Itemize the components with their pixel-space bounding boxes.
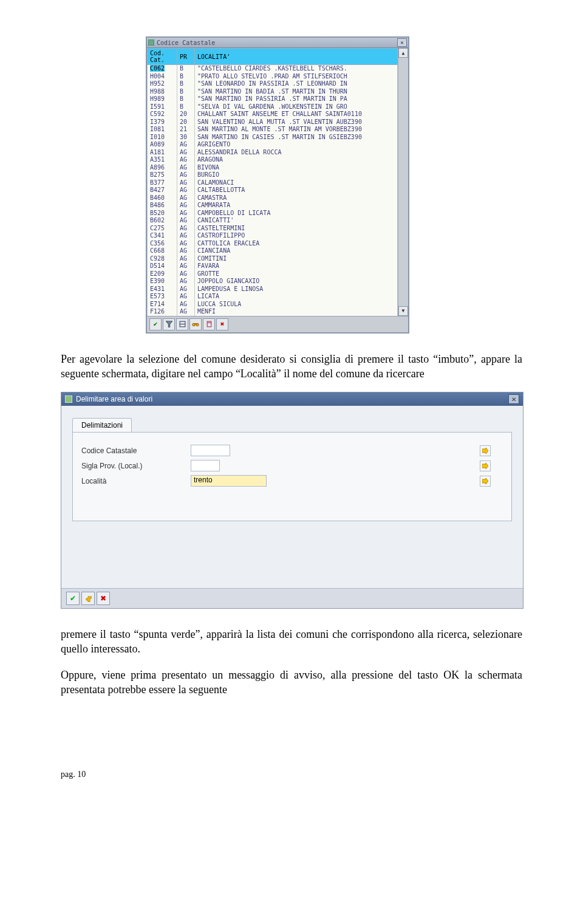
svg-rect-0 bbox=[148, 39, 154, 46]
localita-input[interactable]: trento bbox=[191, 475, 267, 487]
cell-cod: C341 bbox=[148, 232, 177, 240]
table-row[interactable]: H004B"PRATO ALLO STELVIO .PRAD AM STILFS… bbox=[148, 73, 398, 81]
binoculars-button[interactable] bbox=[189, 318, 202, 330]
cell-loc: SAN VALENTINO ALLA MUTTA .ST VALENTIN AU… bbox=[195, 118, 398, 126]
scroll-down-icon[interactable]: ▼ bbox=[398, 306, 408, 316]
sigla-select-button[interactable] bbox=[480, 460, 491, 471]
cell-pr: AG bbox=[177, 171, 195, 179]
cancel-dialog-button[interactable]: ✖ bbox=[97, 592, 110, 605]
col-loc[interactable]: LOCALITA' bbox=[195, 49, 398, 65]
table-row[interactable]: B275AGBURGIO bbox=[148, 171, 398, 179]
cell-cod: F126 bbox=[148, 308, 177, 316]
table-row[interactable]: B486AGCAMMARATA bbox=[148, 202, 398, 210]
col-pr[interactable]: PR bbox=[177, 49, 195, 65]
filter-button[interactable] bbox=[163, 318, 175, 330]
table-row[interactable]: F126AGMENFI bbox=[148, 308, 398, 316]
cell-loc: "SAN MARTINO IN PASSIRIA .ST MARTIN IN P… bbox=[195, 95, 398, 103]
table-row[interactable]: H989B"SAN MARTINO IN PASSIRIA .ST MARTIN… bbox=[148, 95, 398, 103]
table-row[interactable]: B377AGCALAMONACI bbox=[148, 179, 398, 187]
codice-input[interactable] bbox=[191, 445, 230, 456]
paragraph-1: Per agevolare la selezione del comune de… bbox=[61, 352, 522, 382]
ok-button[interactable]: ✔ bbox=[66, 592, 80, 605]
vertical-scrollbar[interactable]: ▲ ▼ bbox=[398, 48, 408, 316]
table-row[interactable]: A351AGARAGONA bbox=[148, 156, 398, 164]
cell-pr: B bbox=[177, 95, 195, 103]
cell-pr: AG bbox=[177, 278, 195, 286]
check-button[interactable]: ✔ bbox=[149, 318, 162, 330]
table-row[interactable]: H952B"SAN LEONARDO IN PASSIRIA .ST LEONH… bbox=[148, 80, 398, 88]
table-row[interactable]: C341AGCASTROFILIPPO bbox=[148, 232, 398, 240]
cell-pr: AG bbox=[177, 149, 195, 157]
table-row[interactable]: E714AGLUCCA SICULA bbox=[148, 301, 398, 309]
cell-pr: AG bbox=[177, 255, 195, 263]
codice-select-button[interactable] bbox=[480, 445, 491, 456]
cell-pr: B bbox=[177, 88, 195, 96]
cell-pr: AG bbox=[177, 164, 195, 172]
cell-cod: E209 bbox=[148, 270, 177, 278]
table-row[interactable]: E390AGJOPPOLO GIANCAXIO bbox=[148, 278, 398, 286]
table-row[interactable]: C668AGCIANCIANA bbox=[148, 247, 398, 255]
table-row[interactable]: A896AGBIVONA bbox=[148, 164, 398, 172]
cell-loc: CAMMARATA bbox=[195, 202, 398, 210]
table-row[interactable]: E573AGLICATA bbox=[148, 293, 398, 301]
table-row[interactable]: E209AGGROTTE bbox=[148, 270, 398, 278]
table-row[interactable]: I591B"SELVA DI VAL GARDENA .WOLKENSTEIN … bbox=[148, 103, 398, 111]
cell-loc: "SELVA DI VAL GARDENA .WOLKENSTEIN IN GR… bbox=[195, 103, 398, 111]
cell-cod: C275 bbox=[148, 225, 177, 233]
cell-pr: B bbox=[177, 65, 195, 73]
sigla-input[interactable] bbox=[191, 460, 220, 471]
col-cod[interactable]: Cod. Cat. bbox=[148, 49, 177, 65]
cell-cod: B520 bbox=[148, 210, 177, 217]
table-row[interactable]: C275AGCASTELTERMINI bbox=[148, 225, 398, 233]
table-row[interactable]: B602AGCANICATTI' bbox=[148, 217, 398, 225]
window-bottom-toolbar: ✔ ✖ bbox=[147, 316, 408, 332]
table-row[interactable]: B460AGCAMASTRA bbox=[148, 194, 398, 202]
table-row[interactable]: C062B"CASTELBELLO CIARDES .KASTELBELL TS… bbox=[148, 65, 398, 73]
localita-label: Località bbox=[81, 477, 191, 485]
new-selection-button[interactable] bbox=[81, 592, 95, 605]
cell-pr: AG bbox=[177, 293, 195, 301]
cell-loc: ALESSANDRIA DELLA ROCCA bbox=[195, 149, 398, 157]
cell-pr: AG bbox=[177, 301, 195, 309]
cell-loc: CIANCIANA bbox=[195, 247, 398, 255]
svg-marker-12 bbox=[482, 478, 488, 484]
scroll-up-icon[interactable]: ▲ bbox=[398, 48, 408, 58]
table-row[interactable]: I37920SAN VALENTINO ALLA MUTTA .ST VALEN… bbox=[148, 118, 398, 126]
svg-marker-11 bbox=[482, 463, 488, 469]
cell-pr: B bbox=[177, 73, 195, 81]
cell-loc: BIVONA bbox=[195, 164, 398, 172]
tab-delimitazioni[interactable]: Delimitazioni bbox=[72, 418, 132, 432]
cell-loc: FAVARA bbox=[195, 262, 398, 270]
codice-catastale-window: Codice Catastale ✕ Cod. Cat. PR LOCALITA… bbox=[146, 36, 409, 334]
close-icon[interactable]: ✕ bbox=[397, 38, 407, 47]
table-row[interactable]: C356AGCATTOLICA ERACLEA bbox=[148, 240, 398, 248]
cell-pr: AG bbox=[177, 217, 195, 225]
table-row[interactable]: B427AGCALTABELLOTTA bbox=[148, 187, 398, 194]
dialog-close-icon[interactable]: ✕ bbox=[508, 394, 519, 404]
cell-pr: AG bbox=[177, 179, 195, 187]
table-row[interactable]: A181AGALESSANDRIA DELLA ROCCA bbox=[148, 149, 398, 157]
table-row[interactable]: E431AGLAMPEDUSA E LINOSA bbox=[148, 286, 398, 293]
table-row[interactable]: I08121SAN MARTINO AL MONTE .ST MARTIN AM… bbox=[148, 126, 398, 134]
tool-button-5[interactable] bbox=[203, 318, 215, 330]
cell-pr: AG bbox=[177, 308, 195, 316]
tool-button-3[interactable] bbox=[176, 318, 188, 330]
table-row[interactable]: C928AGCOMITINI bbox=[148, 255, 398, 263]
cell-cod: A351 bbox=[148, 156, 177, 164]
table-row[interactable]: H988B"SAN MARTINO IN BADIA .ST MARTIN IN… bbox=[148, 88, 398, 96]
cancel-button[interactable]: ✖ bbox=[216, 318, 228, 330]
cell-pr: AG bbox=[177, 225, 195, 233]
table-row[interactable]: D514AGFAVARA bbox=[148, 262, 398, 270]
cell-cod: E573 bbox=[148, 293, 177, 301]
localita-select-button[interactable] bbox=[480, 476, 491, 487]
table-row[interactable]: C59220CHALLANT SAINT ANSELME ET CHALLANT… bbox=[148, 111, 398, 118]
cell-loc: "CASTELBELLO CIARDES .KASTELBELL TSCHARS… bbox=[195, 65, 398, 73]
table-row[interactable]: I01030SAN MARTINO IN CASIES .ST MARTIN I… bbox=[148, 134, 398, 142]
cell-cod: C062 bbox=[148, 65, 177, 73]
cell-cod: I081 bbox=[148, 126, 177, 134]
cell-loc: "PRATO ALLO STELVIO .PRAD AM STILFSERIOC… bbox=[195, 73, 398, 81]
cell-loc: ARAGONA bbox=[195, 156, 398, 164]
table-row[interactable]: A089AGAGRIGENTO bbox=[148, 141, 398, 149]
table-row[interactable]: B520AGCAMPOBELLO DI LICATA bbox=[148, 210, 398, 217]
cell-cod: I379 bbox=[148, 118, 177, 126]
